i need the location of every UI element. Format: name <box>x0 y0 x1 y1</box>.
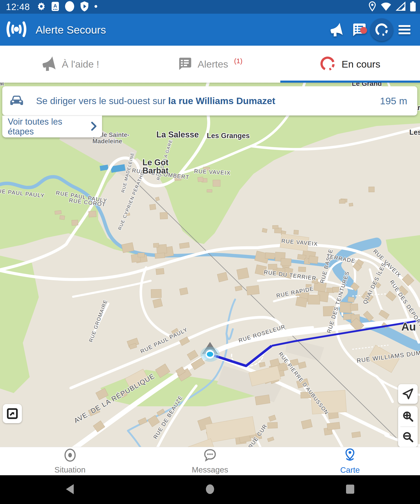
megaphone-icon <box>41 56 56 72</box>
android-home-button[interactable] <box>204 483 216 496</box>
alerte-secours-app: 12:48 A <box>0 0 420 504</box>
in-progress-button[interactable] <box>370 18 393 41</box>
auto-translate-icon: A <box>51 2 59 12</box>
svg-text:vat: vat <box>0 83 4 86</box>
zoom-controls <box>398 406 418 447</box>
tab-en-cours[interactable]: En cours <box>280 46 420 83</box>
progress-ring-icon <box>320 56 336 72</box>
alert-list-icon <box>178 57 192 72</box>
android-back-button[interactable] <box>65 484 75 496</box>
unread-badge <box>360 27 367 34</box>
bottom-nav: Situation Messages Carte <box>0 447 420 475</box>
tab-label: Alertes <box>198 59 228 70</box>
nav-item-messages[interactable]: Messages <box>140 447 280 475</box>
zoom-in-button[interactable] <box>398 406 418 427</box>
svg-text:Barbat: Barbat <box>142 166 168 175</box>
shield-play-icon <box>80 1 89 12</box>
location-pin-icon <box>368 1 376 12</box>
map-pin-icon <box>343 448 356 463</box>
notification-dot-icon <box>65 1 75 13</box>
spinner-circle <box>370 18 393 41</box>
tab-label: À l'aide ! <box>62 59 99 70</box>
tab-alertes[interactable]: Alertes (1) <box>140 46 280 83</box>
svg-text:Les: Les <box>409 128 420 136</box>
radio-signal-logo-icon <box>6 20 27 39</box>
alert-count-badge: (1) <box>234 57 243 65</box>
app-title: Alerte Secours <box>36 24 106 36</box>
all-steps-label: Voir toutes les étapes <box>8 117 91 137</box>
tab-bar: À l'aide ! Alertes (1) En cours <box>0 46 420 83</box>
messages-button[interactable] <box>348 22 370 37</box>
hamburger-menu-button[interactable] <box>393 24 416 35</box>
situation-target-icon <box>63 448 77 463</box>
instruction-text: Se diriger vers le sud-ouest sur la rue … <box>36 96 380 106</box>
status-bar: 12:48 A <box>0 0 420 14</box>
svg-text:La Salesse: La Salesse <box>156 130 199 139</box>
svg-text:A: A <box>54 3 57 9</box>
nav-item-carte[interactable]: Carte <box>280 447 420 475</box>
fullscreen-map-button[interactable] <box>3 404 22 423</box>
nav-label: Situation <box>54 465 86 474</box>
tab-a-laide[interactable]: À l'aide ! <box>0 46 140 83</box>
status-dot-icon <box>94 5 97 9</box>
active-tab-indicator <box>280 81 420 83</box>
recenter-compass-button[interactable] <box>398 384 418 404</box>
all-steps-link[interactable]: Voir toutes les étapes <box>2 115 102 138</box>
megaphone-button[interactable] <box>324 23 348 36</box>
nav-label: Carte <box>340 465 360 474</box>
svg-text:Madeleine: Madeleine <box>92 138 122 145</box>
car-icon <box>10 95 23 107</box>
navigation-instruction-card[interactable]: Se diriger vers le sud-ouest sur la rue … <box>2 86 417 115</box>
nav-item-situation[interactable]: Situation <box>0 447 140 475</box>
cell-signal-icon <box>396 2 406 12</box>
chevron-right-icon <box>91 122 97 132</box>
nav-label: Messages <box>192 465 228 474</box>
clock: 12:48 <box>6 2 30 12</box>
chat-bubble-icon <box>203 448 217 463</box>
svg-text:Les Granges: Les Granges <box>207 132 250 140</box>
app-bar: Alerte Secours <box>0 14 420 46</box>
svg-text:Le Got: Le Got <box>142 158 168 167</box>
android-recents-button[interactable] <box>345 484 355 495</box>
distance-to-maneuver: 195 m <box>380 96 407 107</box>
instruction-street: la rue Williams Dumazet <box>168 96 275 106</box>
gear-icon <box>37 2 46 12</box>
svg-text:Au: Au <box>401 321 416 333</box>
tab-label: En cours <box>342 59 380 70</box>
battery-icon <box>410 1 416 12</box>
wifi-icon <box>380 2 392 12</box>
android-navigation-bar <box>0 475 420 504</box>
zoom-out-button[interactable] <box>398 427 418 447</box>
